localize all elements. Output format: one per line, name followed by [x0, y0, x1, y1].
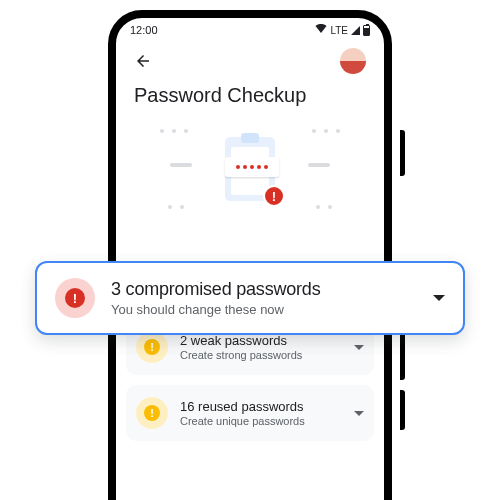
- phone-frame: 12:00 LTE Password Checkup: [108, 10, 392, 500]
- network-label: LTE: [330, 25, 348, 36]
- status-right: LTE: [315, 24, 370, 36]
- status-time: 12:00: [130, 24, 158, 36]
- reused-passwords-item[interactable]: ! 16 reused passwords Create unique pass…: [126, 385, 374, 441]
- alert-badge-icon: !: [263, 185, 285, 207]
- chevron-down-icon: [354, 345, 364, 350]
- chevron-down-icon: [433, 295, 445, 301]
- phone-side-button: [400, 130, 405, 176]
- chevron-down-icon: [354, 411, 364, 416]
- reused-title: 16 reused passwords: [180, 399, 342, 414]
- compromised-passwords-callout[interactable]: ! 3 compromised passwords You should cha…: [35, 261, 465, 335]
- callout-title: 3 compromised passwords: [111, 279, 417, 300]
- avatar[interactable]: [340, 48, 366, 74]
- app-bar: [116, 38, 384, 80]
- wifi-icon: [315, 24, 327, 36]
- clipboard-icon: !: [225, 137, 275, 201]
- reused-subtitle: Create unique passwords: [180, 415, 342, 427]
- callout-subtitle: You should change these now: [111, 302, 417, 317]
- warning-icon: !: [136, 331, 168, 363]
- status-bar: 12:00 LTE: [116, 18, 384, 38]
- phone-side-button: [400, 390, 405, 430]
- signal-icon: [351, 26, 360, 35]
- weak-subtitle: Create strong passwords: [180, 349, 342, 361]
- weak-title: 2 weak passwords: [180, 333, 342, 348]
- page-title: Password Checkup: [116, 80, 384, 117]
- back-arrow-icon[interactable]: [134, 52, 152, 70]
- alert-icon: !: [55, 278, 95, 318]
- battery-icon: [363, 25, 370, 36]
- checkup-illustration: !: [116, 117, 384, 241]
- warning-icon: !: [136, 397, 168, 429]
